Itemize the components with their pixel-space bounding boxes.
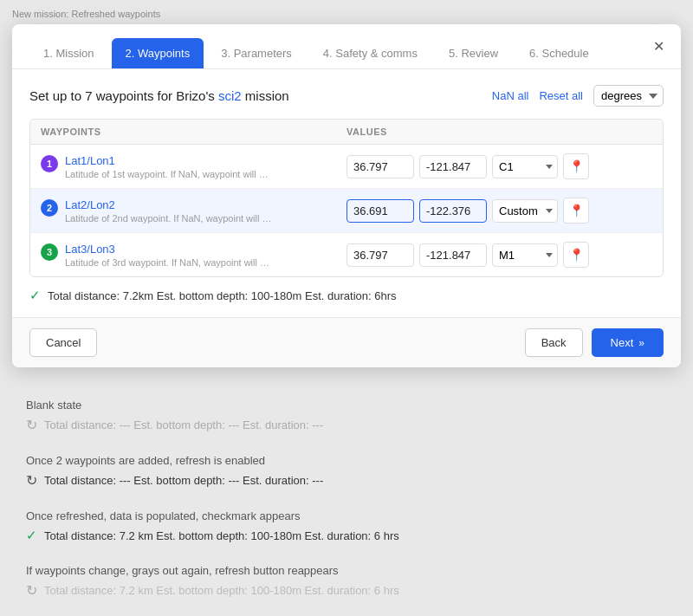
waypoint-label-2: 2 Lat2/Lon2 Latitude of 2nd waypoint. If…: [41, 198, 346, 224]
table-row: 1 Lat1/Lon1 Latitude of 1st waypoint. If…: [30, 145, 663, 189]
lon-input-1[interactable]: [419, 155, 487, 178]
checkmark-icon-2: ✓: [26, 528, 37, 543]
refresh-icon-1: ↻: [26, 417, 37, 433]
location-button-2[interactable]: 📍: [563, 198, 589, 224]
preset-select-2[interactable]: C1 M1 Custom: [492, 199, 558, 223]
modal-body: Set up to 7 waypoints for Brizo's sci2 m…: [12, 69, 681, 317]
waypoint-number-2: 2: [41, 199, 58, 217]
bg-status-text-1: Total distance: --- Est. bottom depth: -…: [44, 418, 323, 431]
bg-section-title-2: Once 2 waypoints are added, refresh is e…: [26, 454, 667, 467]
bg-status-row-3: ✓ Total distance: 7.2 km Est. bottom dep…: [26, 528, 667, 543]
summary-row: ✓ Total distance: 7.2km Est. bottom dept…: [29, 277, 664, 317]
bg-status-text-3: Total distance: 7.2 km Est. bottom depth…: [44, 529, 399, 542]
tab-schedule[interactable]: 6. Schedule: [515, 38, 603, 68]
next-chevron-icon: »: [638, 337, 644, 349]
waypoint-desc-3: Latitude of 3rd waypoint. If NaN, waypoi…: [65, 257, 273, 268]
location-button-1[interactable]: 📍: [563, 153, 589, 179]
lon-input-3[interactable]: [419, 243, 487, 267]
mission-controls: NaN all Reset all degrees radians: [492, 85, 664, 107]
waypoints-table: WAYPOINTS VALUES 1 Lat1/Lon1 Latitude of…: [29, 119, 664, 277]
mission-desc-suffix: mission: [242, 88, 289, 103]
tab-mission[interactable]: 1. Mission: [29, 38, 108, 68]
window-title: New mission: Refreshed waypoints: [0, 0, 693, 24]
waypoint-desc-2: Latitude of 2nd waypoint. If NaN, waypoi…: [65, 213, 273, 224]
preset-select-3[interactable]: C1 M1 Custom: [492, 243, 558, 267]
bg-status-text-4: Total distance: 7.2 km Est. bottom depth…: [44, 584, 399, 597]
location-button-3[interactable]: 📍: [563, 242, 589, 268]
bg-section-title-4: If waypoints change, grays out again, re…: [26, 564, 667, 577]
waypoint-name-3: Lat3/Lon3: [65, 243, 273, 256]
table-row: 2 Lat2/Lon2 Latitude of 2nd waypoint. If…: [30, 189, 663, 233]
bg-status-row-2: ↻ Total distance: --- Est. bottom depth:…: [26, 472, 667, 489]
tab-parameters[interactable]: 3. Parameters: [207, 38, 306, 68]
bg-section-grayed: If waypoints change, grays out again, re…: [26, 564, 667, 599]
mission-name: sci2: [218, 88, 242, 103]
bg-status-row-4: ↻ Total distance: 7.2 km Est. bottom dep…: [26, 582, 667, 599]
bg-section-title-1: Blank state: [26, 399, 667, 412]
lon-input-2[interactable]: [419, 199, 487, 223]
modal-footer: Cancel Back Next »: [12, 317, 681, 367]
lat-input-2[interactable]: [346, 199, 414, 223]
bg-status-row-1: ↻ Total distance: --- Est. bottom depth:…: [26, 417, 667, 433]
waypoint-name-2: Lat2/Lon2: [65, 198, 273, 211]
col-values: VALUES: [346, 126, 652, 137]
next-button[interactable]: Next »: [592, 328, 664, 357]
mission-header: Set up to 7 waypoints for Brizo's sci2 m…: [29, 85, 664, 107]
checkmark-icon: ✓: [29, 288, 41, 303]
waypoint-values-3: C1 M1 Custom 📍: [346, 242, 652, 268]
refresh-icon-2: ↻: [26, 472, 37, 489]
refresh-icon-3: ↻: [26, 582, 37, 599]
col-waypoints: WAYPOINTS: [41, 126, 346, 137]
back-button[interactable]: Back: [525, 328, 583, 357]
waypoint-label-1: 1 Lat1/Lon1 Latitude of 1st waypoint. If…: [41, 154, 346, 179]
summary-text: Total distance: 7.2km Est. bottom depth:…: [48, 289, 397, 302]
background-content: Blank state ↻ Total distance: --- Est. b…: [0, 381, 693, 616]
reset-all-button[interactable]: Reset all: [539, 89, 583, 102]
bg-section-2wp: Once 2 waypoints are added, refresh is e…: [26, 454, 667, 489]
waypoint-number-3: 3: [41, 243, 58, 261]
tab-bar: 1. Mission 2. Waypoints 3. Parameters 4.…: [12, 24, 681, 69]
lat-input-3[interactable]: [346, 243, 414, 267]
waypoint-name-1: Lat1/Lon1: [65, 154, 273, 167]
waypoint-values-1: C1 M1 Custom 📍: [346, 153, 652, 179]
tab-review[interactable]: 5. Review: [435, 38, 512, 68]
bg-section-title-3: Once refreshed, data is populated, check…: [26, 509, 667, 522]
close-button[interactable]: ✕: [648, 36, 669, 57]
waypoint-desc-1: Latitude of 1st waypoint. If NaN, waypoi…: [65, 169, 273, 179]
units-select[interactable]: degrees radians: [593, 85, 664, 107]
waypoint-text-1: Lat1/Lon1 Latitude of 1st waypoint. If N…: [65, 154, 273, 179]
table-row: 3 Lat3/Lon3 Latitude of 3rd waypoint. If…: [30, 233, 663, 276]
mission-title: Set up to 7 waypoints for Brizo's sci2 m…: [29, 88, 289, 103]
nan-all-button[interactable]: NaN all: [492, 89, 529, 102]
waypoint-values-2: C1 M1 Custom 📍: [346, 198, 652, 224]
table-header: WAYPOINTS VALUES: [30, 120, 663, 145]
mission-desc-prefix: Set up to 7 waypoints for Brizo's: [29, 88, 218, 103]
cancel-button[interactable]: Cancel: [29, 328, 97, 357]
waypoint-text-2: Lat2/Lon2 Latitude of 2nd waypoint. If N…: [65, 198, 273, 224]
waypoint-label-3: 3 Lat3/Lon3 Latitude of 3rd waypoint. If…: [41, 243, 346, 268]
bg-status-text-2: Total distance: --- Est. bottom depth: -…: [44, 474, 323, 487]
tab-safety-comms[interactable]: 4. Safety & comms: [309, 38, 431, 68]
waypoint-number-1: 1: [41, 155, 58, 172]
bg-section-refreshed: Once refreshed, data is populated, check…: [26, 509, 667, 543]
tab-waypoints[interactable]: 2. Waypoints: [112, 38, 204, 68]
next-label: Next: [611, 336, 634, 349]
preset-select-1[interactable]: C1 M1 Custom: [492, 155, 558, 178]
modal-dialog: 1. Mission 2. Waypoints 3. Parameters 4.…: [12, 24, 681, 367]
lat-input-1[interactable]: [346, 155, 414, 178]
waypoint-text-3: Lat3/Lon3 Latitude of 3rd waypoint. If N…: [65, 243, 273, 268]
footer-right: Back Next »: [525, 328, 664, 357]
bg-section-blank: Blank state ↻ Total distance: --- Est. b…: [26, 399, 667, 433]
